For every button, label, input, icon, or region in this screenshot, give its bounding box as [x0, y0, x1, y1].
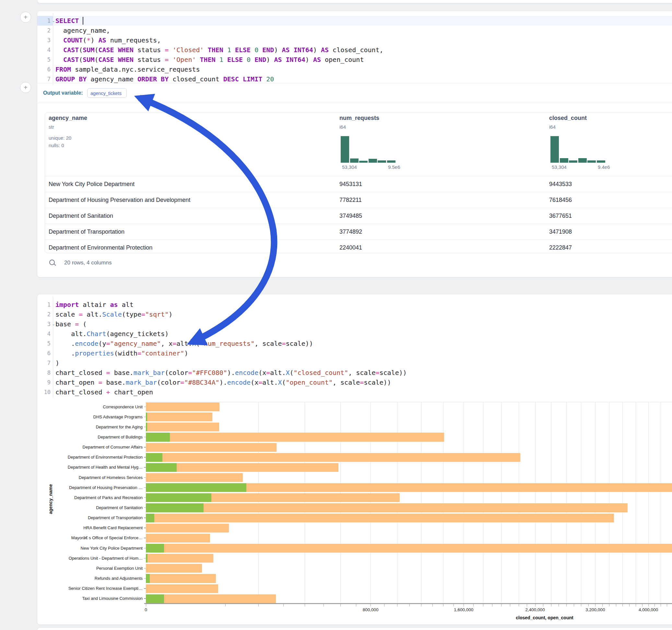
line-number: 5	[37, 339, 51, 348]
code-token: alt.	[176, 340, 192, 347]
code-token: scale	[55, 311, 79, 318]
code-token: CASE WHEN	[98, 46, 133, 54]
code-token: chart_open	[110, 388, 153, 396]
code-token: )	[313, 46, 321, 54]
code-line[interactable]: 6FROM sample_data.nyc.service_requests	[37, 65, 672, 74]
code-line[interactable]: 3 COUNT(*) AS num_requests,	[37, 35, 672, 45]
column-header[interactable]: closed_count	[549, 115, 587, 122]
column-stat: nulls: 0	[49, 143, 64, 148]
code-text: scale = alt.Scale(type="sqrt")	[55, 310, 172, 319]
code-token: ORDER BY	[138, 75, 169, 83]
code-token: =	[172, 340, 176, 347]
code-token: status	[134, 56, 165, 64]
code-line[interactable]: 9chart_open = base.mark_bar(color="#8BC3…	[37, 378, 672, 387]
table-row[interactable]: Department of Sanitation37494853677651	[45, 208, 672, 224]
code-token: "num_requests"	[200, 340, 255, 347]
code-token: CASE WHEN	[98, 56, 133, 64]
table-row[interactable]: Department of Environmental Protection22…	[45, 240, 672, 253]
code-line[interactable]: 4 alt.Chart(agency_tickets)	[37, 329, 672, 339]
sql-editor[interactable]: 1⌄SELECT 2 agency_name,3 COUNT(*) AS num…	[37, 11, 672, 83]
code-line[interactable]: 5 CAST(SUM(CASE WHEN status = 'Open' THE…	[37, 55, 672, 65]
code-token: , scale	[348, 369, 376, 377]
code-token: =	[266, 369, 270, 377]
code-line[interactable]: 2scale = alt.Scale(type="sqrt")	[37, 310, 672, 319]
line-number: 1	[37, 16, 51, 26]
line-number: 4	[37, 45, 51, 55]
code-token: =	[376, 369, 379, 377]
code-token	[250, 46, 255, 54]
python-cell-card: 1import altair as alt2scale = alt.Scale(…	[37, 294, 672, 625]
code-token: AS	[274, 56, 282, 64]
table-row[interactable]: Department of Housing Preservation and D…	[45, 192, 672, 208]
add-cell-button-output[interactable]: +	[20, 82, 31, 93]
code-line[interactable]: 7GROUP BY agency_name ORDER BY closed_co…	[37, 74, 672, 84]
code-line[interactable]: 1import altair as alt	[37, 300, 672, 310]
line-number: 7	[37, 74, 51, 84]
code-token: (	[196, 340, 200, 347]
code-token: =	[98, 379, 102, 386]
code-token: AS	[313, 56, 321, 64]
code-text: COUNT(*) AS num_requests,	[55, 35, 161, 45]
code-line[interactable]: 3⌄base = (	[37, 319, 672, 329]
code-token: , scale	[255, 340, 282, 347]
line-number: 4	[37, 329, 51, 339]
code-token: THEN	[208, 46, 223, 54]
code-token	[223, 46, 227, 54]
code-token: =	[141, 311, 145, 318]
code-token: 'Open'	[172, 56, 196, 64]
code-token: +	[106, 388, 110, 396]
code-line[interactable]: 10chart_closed + chart_open	[37, 387, 672, 397]
code-token: (	[83, 36, 87, 44]
column-header[interactable]: num_requests	[339, 115, 379, 122]
line-number: 7	[37, 358, 51, 368]
code-token: (	[94, 46, 98, 54]
code-line[interactable]: 6 .properties(width="container")	[37, 348, 672, 358]
code-token: closed_count,	[329, 46, 383, 54]
code-token: Scale	[102, 311, 122, 318]
code-token: 1	[227, 46, 231, 54]
table-row[interactable]: New York City Police Department945313194…	[45, 176, 672, 192]
code-text: .properties(width="container")	[55, 348, 188, 358]
output-variable-chip[interactable]: agency_tickets	[87, 88, 127, 98]
code-token: (x	[250, 379, 258, 386]
column-header[interactable]: agency_name	[49, 115, 87, 122]
code-token: =	[165, 56, 169, 64]
fold-chevron-icon[interactable]: ⌄	[52, 319, 55, 329]
code-line[interactable]: 5 .encode(y="agency_name", x=alt.X("num_…	[37, 339, 672, 348]
code-line[interactable]: 1⌄SELECT	[37, 16, 672, 26]
histogram-bar	[368, 159, 377, 163]
code-token: THEN	[200, 56, 216, 64]
code-line[interactable]: 7)	[37, 358, 672, 368]
code-token: )	[55, 359, 59, 367]
code-token: INT64	[286, 56, 305, 64]
code-token: FROM	[55, 66, 71, 73]
line-number: 2	[37, 26, 51, 35]
code-line[interactable]: 4 CAST(SUM(CASE WHEN status = 'Closed' T…	[37, 45, 672, 55]
code-text: CAST(SUM(CASE WHEN status = 'Open' THEN …	[55, 55, 364, 65]
code-token	[55, 56, 63, 64]
code-text: CAST(SUM(CASE WHEN status = 'Closed' THE…	[55, 45, 383, 55]
add-cell-button-top[interactable]: +	[20, 12, 31, 23]
code-token: =	[106, 340, 110, 347]
code-token: "#FFC080"	[192, 369, 227, 377]
code-token	[250, 56, 255, 64]
code-token: base.	[110, 369, 134, 377]
code-line[interactable]: 2 agency_name,	[37, 26, 672, 35]
code-token: Chart	[87, 330, 106, 338]
code-token	[239, 75, 243, 83]
table-row[interactable]: Department of Transportation377489234719…	[45, 224, 672, 240]
code-token: open_count	[321, 56, 364, 64]
code-token: (type	[122, 311, 141, 318]
code-token: alt.	[262, 379, 278, 386]
code-line[interactable]: 8chart_closed = base.mark_bar(color="#FF…	[37, 368, 672, 378]
code-token: GROUP BY	[55, 75, 87, 83]
python-editor[interactable]: 1import altair as alt2scale = alt.Scale(…	[37, 294, 672, 398]
code-token: 0	[247, 56, 250, 64]
code-token: "agency_name"	[110, 340, 161, 347]
fold-chevron-icon[interactable]: ⌄	[52, 16, 55, 26]
next-cell-edge	[37, 627, 672, 630]
code-token	[243, 56, 247, 64]
histogram-bar	[569, 161, 577, 163]
code-token: agency_name,	[55, 27, 110, 34]
histogram-min-label: 53,304	[552, 164, 567, 170]
